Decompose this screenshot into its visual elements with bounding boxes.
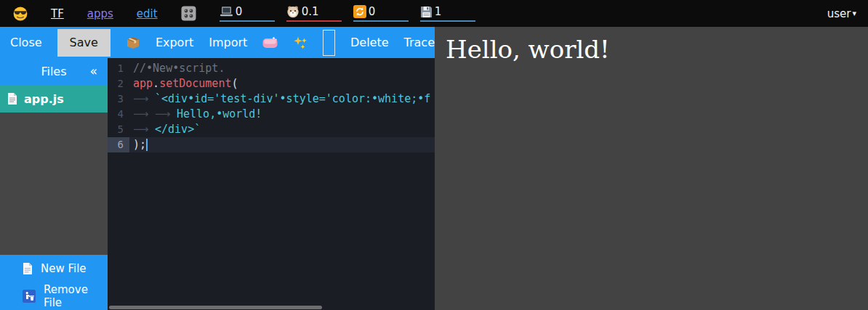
sidebar-actions: New File Remove File xyxy=(0,255,108,310)
user-menu-label: user xyxy=(827,7,851,20)
line-number: 5 xyxy=(108,122,129,137)
tab-marker: ⟶ xyxy=(155,107,177,122)
nav-link-apps[interactable]: apps xyxy=(87,7,113,20)
preview-pane: Hello, world! xyxy=(435,27,868,310)
line-number: 1 xyxy=(108,61,129,76)
sunglasses-face-icon[interactable] xyxy=(13,7,28,21)
topbar-stats: 0 0.1 xyxy=(220,5,475,22)
package-icon[interactable] xyxy=(126,36,140,50)
floppy-counter[interactable]: 1 xyxy=(420,5,475,22)
chevron-down-icon: ▾ xyxy=(852,9,856,18)
remove-file-label: Remove File xyxy=(44,283,108,309)
file-name: app.js xyxy=(24,92,64,106)
line-number: 2 xyxy=(108,76,129,91)
line-number: 3 xyxy=(108,91,129,107)
code-line-active: 6 ); xyxy=(108,137,435,152)
document-icon xyxy=(7,93,17,105)
tab-marker: ⟶ xyxy=(133,107,155,122)
editor-app-pane: Close Save Export Import xyxy=(0,27,435,310)
export-button[interactable]: Export xyxy=(156,36,193,49)
stat-value: 0 xyxy=(369,5,376,18)
new-file-icon xyxy=(23,263,33,274)
remove-file-button[interactable]: Remove File xyxy=(0,282,108,310)
dice-icon[interactable] xyxy=(181,6,196,21)
nav-link-edit[interactable]: edit xyxy=(137,7,158,20)
save-button[interactable]: Save xyxy=(57,29,110,57)
rendered-hello-world-text: Hello, world! xyxy=(435,27,868,64)
new-file-label: New File xyxy=(41,262,87,275)
code-line: 4 ⟶⟶Hello,•world! xyxy=(108,107,435,122)
code-line: 3 ⟶`<div•id='test-div'•style='color:•whi… xyxy=(108,91,435,107)
files-sidebar: Files « app.js xyxy=(0,58,108,310)
empty-button[interactable] xyxy=(323,30,335,56)
nav-link-tf[interactable]: TF xyxy=(51,7,64,20)
stat-value: 0.1 xyxy=(302,5,319,18)
horizontal-scrollbar xyxy=(109,306,429,309)
text-cursor xyxy=(146,139,148,151)
remove-file-icon xyxy=(23,290,36,303)
floppy-disk-icon xyxy=(420,6,433,18)
hamster-counter[interactable]: 0.1 xyxy=(286,5,342,22)
screen: TF apps edit xyxy=(0,0,868,310)
laptop-counter[interactable]: 0 xyxy=(220,5,275,22)
import-button[interactable]: Import xyxy=(209,36,247,49)
workspace: Files « app.js xyxy=(0,58,435,310)
hamster-icon xyxy=(286,5,300,18)
collapse-sidebar-button[interactable]: « xyxy=(90,64,97,78)
refresh-counter[interactable]: 0 xyxy=(353,5,409,22)
file-item-appjs[interactable]: app.js xyxy=(0,85,108,113)
code-editor[interactable]: 1 //•New•script. 2 app.setDocument( 3 ⟶`… xyxy=(108,58,435,310)
tab-marker: ⟶ xyxy=(133,122,155,137)
stat-value: 1 xyxy=(435,5,442,18)
line-number: 4 xyxy=(108,107,129,122)
soap-icon[interactable] xyxy=(262,36,278,49)
files-panel-title: Files xyxy=(41,65,66,78)
delete-button[interactable]: Delete xyxy=(350,36,389,49)
toolbar: Close Save Export Import xyxy=(0,27,435,58)
user-menu[interactable]: user ▾ xyxy=(827,7,856,20)
topbar-left: TF apps edit xyxy=(13,5,475,22)
refresh-icon xyxy=(353,5,366,18)
topbar: TF apps edit xyxy=(0,0,868,27)
close-button[interactable]: Close xyxy=(10,36,42,49)
new-file-button[interactable]: New File xyxy=(0,255,108,282)
code-line: 5 ⟶</div>` xyxy=(108,122,435,137)
sparkles-icon[interactable] xyxy=(293,36,308,50)
laptop-icon xyxy=(220,6,233,17)
horizontal-scrollbar-thumb[interactable] xyxy=(109,306,322,309)
code-line: 1 //•New•script. xyxy=(108,61,435,76)
tab-marker: ⟶ xyxy=(133,91,155,107)
stat-value: 0 xyxy=(236,5,243,18)
code-line: 2 app.setDocument( xyxy=(108,76,435,91)
sidebar-filler xyxy=(0,113,108,255)
line-number: 6 xyxy=(108,137,129,152)
comment-token: //•New•script. xyxy=(133,62,225,75)
files-panel-header: Files « xyxy=(0,58,108,85)
trace-button[interactable]: Trace xyxy=(404,36,435,49)
